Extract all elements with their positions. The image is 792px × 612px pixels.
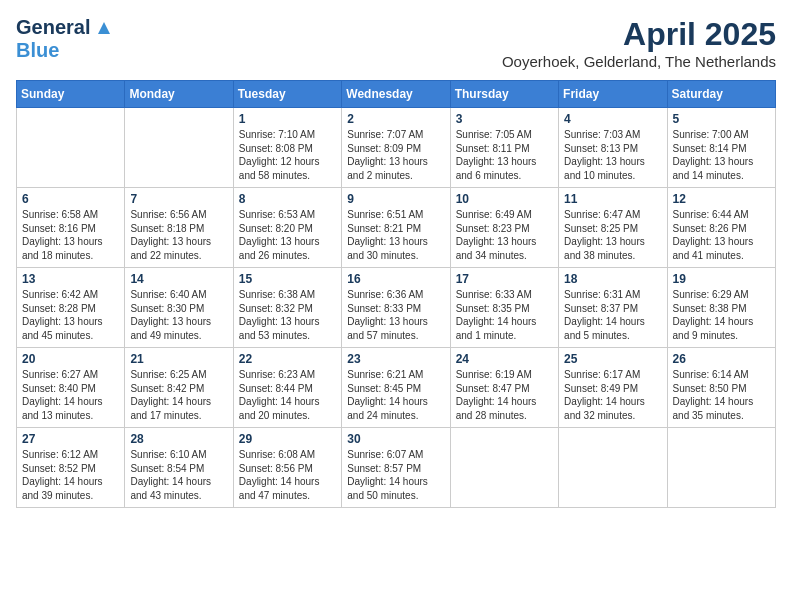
day-cell: 30Sunrise: 6:07 AM Sunset: 8:57 PM Dayli…: [342, 428, 450, 508]
day-number: 26: [673, 352, 770, 366]
day-number: 5: [673, 112, 770, 126]
calendar-table: SundayMondayTuesdayWednesdayThursdayFrid…: [16, 80, 776, 508]
day-info: Sunrise: 6:49 AM Sunset: 8:23 PM Dayligh…: [456, 208, 553, 262]
day-info: Sunrise: 6:33 AM Sunset: 8:35 PM Dayligh…: [456, 288, 553, 342]
day-info: Sunrise: 6:14 AM Sunset: 8:50 PM Dayligh…: [673, 368, 770, 422]
week-row-3: 13Sunrise: 6:42 AM Sunset: 8:28 PM Dayli…: [17, 268, 776, 348]
day-cell: 8Sunrise: 6:53 AM Sunset: 8:20 PM Daylig…: [233, 188, 341, 268]
day-cell: 9Sunrise: 6:51 AM Sunset: 8:21 PM Daylig…: [342, 188, 450, 268]
day-number: 18: [564, 272, 661, 286]
day-cell: 3Sunrise: 7:05 AM Sunset: 8:11 PM Daylig…: [450, 108, 558, 188]
day-number: 6: [22, 192, 119, 206]
day-number: 25: [564, 352, 661, 366]
day-number: 7: [130, 192, 227, 206]
day-cell: 11Sunrise: 6:47 AM Sunset: 8:25 PM Dayli…: [559, 188, 667, 268]
day-number: 24: [456, 352, 553, 366]
day-info: Sunrise: 6:21 AM Sunset: 8:45 PM Dayligh…: [347, 368, 444, 422]
day-info: Sunrise: 6:07 AM Sunset: 8:57 PM Dayligh…: [347, 448, 444, 502]
day-info: Sunrise: 6:12 AM Sunset: 8:52 PM Dayligh…: [22, 448, 119, 502]
day-cell: 6Sunrise: 6:58 AM Sunset: 8:16 PM Daylig…: [17, 188, 125, 268]
day-info: Sunrise: 6:27 AM Sunset: 8:40 PM Dayligh…: [22, 368, 119, 422]
day-cell: [17, 108, 125, 188]
day-number: 13: [22, 272, 119, 286]
day-number: 3: [456, 112, 553, 126]
svg-marker-0: [98, 22, 110, 34]
header-wednesday: Wednesday: [342, 81, 450, 108]
day-number: 17: [456, 272, 553, 286]
header-sunday: Sunday: [17, 81, 125, 108]
day-cell: 16Sunrise: 6:36 AM Sunset: 8:33 PM Dayli…: [342, 268, 450, 348]
day-cell: 17Sunrise: 6:33 AM Sunset: 8:35 PM Dayli…: [450, 268, 558, 348]
day-number: 2: [347, 112, 444, 126]
day-number: 8: [239, 192, 336, 206]
day-cell: 13Sunrise: 6:42 AM Sunset: 8:28 PM Dayli…: [17, 268, 125, 348]
title-area: April 2025 Ooyerhoek, Gelderland, The Ne…: [502, 16, 776, 70]
day-info: Sunrise: 7:03 AM Sunset: 8:13 PM Dayligh…: [564, 128, 661, 182]
day-info: Sunrise: 7:10 AM Sunset: 8:08 PM Dayligh…: [239, 128, 336, 182]
day-info: Sunrise: 7:00 AM Sunset: 8:14 PM Dayligh…: [673, 128, 770, 182]
day-number: 19: [673, 272, 770, 286]
day-number: 29: [239, 432, 336, 446]
day-cell: 14Sunrise: 6:40 AM Sunset: 8:30 PM Dayli…: [125, 268, 233, 348]
day-cell: 22Sunrise: 6:23 AM Sunset: 8:44 PM Dayli…: [233, 348, 341, 428]
day-info: Sunrise: 6:56 AM Sunset: 8:18 PM Dayligh…: [130, 208, 227, 262]
day-cell: [125, 108, 233, 188]
day-cell: 5Sunrise: 7:00 AM Sunset: 8:14 PM Daylig…: [667, 108, 775, 188]
day-cell: 24Sunrise: 6:19 AM Sunset: 8:47 PM Dayli…: [450, 348, 558, 428]
day-number: 15: [239, 272, 336, 286]
day-info: Sunrise: 6:38 AM Sunset: 8:32 PM Dayligh…: [239, 288, 336, 342]
day-info: Sunrise: 6:29 AM Sunset: 8:38 PM Dayligh…: [673, 288, 770, 342]
calendar-header-row: SundayMondayTuesdayWednesdayThursdayFrid…: [17, 81, 776, 108]
day-cell: 19Sunrise: 6:29 AM Sunset: 8:38 PM Dayli…: [667, 268, 775, 348]
day-info: Sunrise: 6:53 AM Sunset: 8:20 PM Dayligh…: [239, 208, 336, 262]
day-number: 9: [347, 192, 444, 206]
header-friday: Friday: [559, 81, 667, 108]
day-number: 21: [130, 352, 227, 366]
day-info: Sunrise: 6:17 AM Sunset: 8:49 PM Dayligh…: [564, 368, 661, 422]
day-cell: 7Sunrise: 6:56 AM Sunset: 8:18 PM Daylig…: [125, 188, 233, 268]
day-cell: 27Sunrise: 6:12 AM Sunset: 8:52 PM Dayli…: [17, 428, 125, 508]
week-row-2: 6Sunrise: 6:58 AM Sunset: 8:16 PM Daylig…: [17, 188, 776, 268]
day-number: 20: [22, 352, 119, 366]
day-cell: 1Sunrise: 7:10 AM Sunset: 8:08 PM Daylig…: [233, 108, 341, 188]
day-info: Sunrise: 6:36 AM Sunset: 8:33 PM Dayligh…: [347, 288, 444, 342]
day-number: 30: [347, 432, 444, 446]
day-number: 10: [456, 192, 553, 206]
day-info: Sunrise: 7:07 AM Sunset: 8:09 PM Dayligh…: [347, 128, 444, 182]
header-thursday: Thursday: [450, 81, 558, 108]
day-number: 16: [347, 272, 444, 286]
logo-general-text: General: [16, 16, 90, 39]
day-info: Sunrise: 6:19 AM Sunset: 8:47 PM Dayligh…: [456, 368, 553, 422]
day-cell: 28Sunrise: 6:10 AM Sunset: 8:54 PM Dayli…: [125, 428, 233, 508]
month-title: April 2025: [502, 16, 776, 53]
day-info: Sunrise: 6:25 AM Sunset: 8:42 PM Dayligh…: [130, 368, 227, 422]
week-row-1: 1Sunrise: 7:10 AM Sunset: 8:08 PM Daylig…: [17, 108, 776, 188]
day-info: Sunrise: 6:47 AM Sunset: 8:25 PM Dayligh…: [564, 208, 661, 262]
day-cell: 20Sunrise: 6:27 AM Sunset: 8:40 PM Dayli…: [17, 348, 125, 428]
day-info: Sunrise: 6:40 AM Sunset: 8:30 PM Dayligh…: [130, 288, 227, 342]
logo-blue-text: Blue: [16, 39, 59, 62]
day-cell: 21Sunrise: 6:25 AM Sunset: 8:42 PM Dayli…: [125, 348, 233, 428]
day-info: Sunrise: 6:08 AM Sunset: 8:56 PM Dayligh…: [239, 448, 336, 502]
logo: General Blue: [16, 16, 114, 62]
day-number: 27: [22, 432, 119, 446]
header-monday: Monday: [125, 81, 233, 108]
day-cell: [559, 428, 667, 508]
day-cell: 26Sunrise: 6:14 AM Sunset: 8:50 PM Dayli…: [667, 348, 775, 428]
day-info: Sunrise: 6:10 AM Sunset: 8:54 PM Dayligh…: [130, 448, 227, 502]
day-cell: [667, 428, 775, 508]
day-number: 23: [347, 352, 444, 366]
day-info: Sunrise: 6:58 AM Sunset: 8:16 PM Dayligh…: [22, 208, 119, 262]
day-info: Sunrise: 6:44 AM Sunset: 8:26 PM Dayligh…: [673, 208, 770, 262]
day-cell: 12Sunrise: 6:44 AM Sunset: 8:26 PM Dayli…: [667, 188, 775, 268]
logo-triangle-icon: [92, 16, 114, 38]
day-number: 11: [564, 192, 661, 206]
day-cell: 4Sunrise: 7:03 AM Sunset: 8:13 PM Daylig…: [559, 108, 667, 188]
day-number: 22: [239, 352, 336, 366]
week-row-4: 20Sunrise: 6:27 AM Sunset: 8:40 PM Dayli…: [17, 348, 776, 428]
day-cell: 25Sunrise: 6:17 AM Sunset: 8:49 PM Dayli…: [559, 348, 667, 428]
location-title: Ooyerhoek, Gelderland, The Netherlands: [502, 53, 776, 70]
day-cell: 2Sunrise: 7:07 AM Sunset: 8:09 PM Daylig…: [342, 108, 450, 188]
day-cell: 18Sunrise: 6:31 AM Sunset: 8:37 PM Dayli…: [559, 268, 667, 348]
day-info: Sunrise: 6:31 AM Sunset: 8:37 PM Dayligh…: [564, 288, 661, 342]
